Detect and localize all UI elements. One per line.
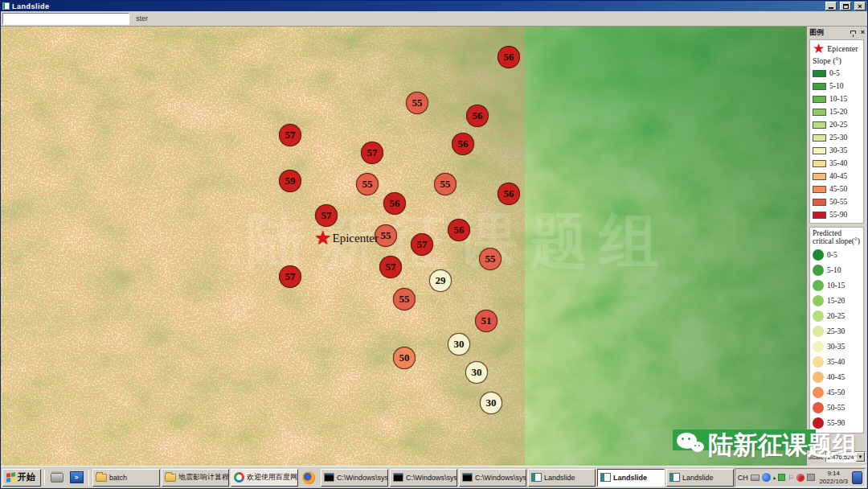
- taskbar-button-label: Landslide: [613, 474, 647, 482]
- taskbar-button-folder[interactable]: 地震影响计算程..: [162, 469, 229, 487]
- app-window: Landslide × ster: [0, 0, 868, 489]
- slope-marker[interactable]: 56: [452, 133, 474, 155]
- legend-class-label: 30-35: [829, 146, 847, 154]
- minimize-button[interactable]: [825, 2, 837, 10]
- slope-marker[interactable]: 55: [406, 92, 428, 114]
- taskbar-button-cmd[interactable]: C:\Windows\syst...: [390, 469, 457, 487]
- slope-marker[interactable]: 30: [465, 361, 488, 384]
- legend-class-row: 10-15: [813, 278, 862, 294]
- epicenter-legend-label: Epicenter: [827, 44, 858, 53]
- slope-marker[interactable]: 56: [448, 219, 470, 241]
- tray-app-icon-blue[interactable]: [762, 473, 771, 482]
- taskbar-button-firefox[interactable]: [300, 469, 319, 487]
- taskbar-button-baidu[interactable]: 欢迎使用百度网盘: [231, 469, 298, 487]
- wechat-icon: [676, 430, 706, 459]
- maximize-button[interactable]: [840, 2, 851, 10]
- legend-class-row: 35-40: [813, 355, 862, 370]
- legend-class-row: 15-20: [813, 294, 862, 309]
- layer-combobox[interactable]: [2, 13, 129, 25]
- legend-circle-swatch: [813, 372, 824, 383]
- taskbar-button-label: Landslide: [544, 474, 575, 482]
- tray-record-icon[interactable]: [796, 474, 805, 482]
- slope-marker[interactable]: 55: [393, 288, 416, 310]
- taskbar-button-landslide[interactable]: Landslide: [597, 469, 665, 487]
- taskbar-button-landslide[interactable]: Landslide: [666, 469, 734, 487]
- legend-swatch: [813, 160, 826, 167]
- tray-printer-icon[interactable]: [751, 475, 760, 481]
- slope-legend-title: Slope (°): [813, 56, 862, 65]
- slope-marker[interactable]: 30: [480, 392, 502, 414]
- legend-circle-swatch: [813, 417, 824, 429]
- slope-legend: ★ Epicenter Slope (°) 0-5 5-10 10-15 15-…: [809, 39, 864, 224]
- clock-date: 2022/10/3: [819, 478, 848, 485]
- slope-marker[interactable]: 57: [315, 204, 338, 227]
- pin-icon[interactable]: [850, 31, 856, 34]
- minimize-icon: [829, 7, 833, 9]
- slope-marker[interactable]: 55: [356, 173, 379, 195]
- slope-marker[interactable]: 57: [411, 233, 433, 256]
- tray-icon-gray[interactable]: [807, 474, 815, 481]
- tray-flag-icon[interactable]: ⚐: [788, 474, 794, 482]
- map-canvas[interactable]: 陆新征课题组 565556575657595555565657565557555…: [1, 27, 806, 466]
- slope-marker[interactable]: 56: [383, 192, 406, 215]
- quicklaunch-powershell-icon[interactable]: [68, 469, 85, 487]
- clock-time: 9:14: [819, 470, 848, 477]
- start-label: 开始: [18, 471, 35, 483]
- epicenter-legend-icon: ★: [813, 43, 825, 55]
- hidden-icons-arrow[interactable]: ▴: [773, 475, 776, 481]
- critical-legend-rows: 0-5 5-10 10-15 15-20 20-25 25-30 30-35 3…: [813, 248, 862, 431]
- taskbar-button-cmd[interactable]: C:\Windows\syst...: [321, 469, 388, 487]
- taskbar-button-cmd[interactable]: C:\Windows\syst...: [459, 469, 526, 487]
- taskbar-button-label: C:\Windows\syst...: [337, 474, 388, 482]
- legend-class-row: 25-30: [813, 324, 862, 339]
- legend-class-label: 50-55: [827, 404, 845, 412]
- slope-marker[interactable]: 30: [448, 333, 470, 355]
- slope-marker[interactable]: 29: [429, 269, 452, 292]
- close-button[interactable]: ×: [854, 2, 866, 10]
- ime-indicator[interactable]: CH: [738, 474, 748, 482]
- tray-icon-green[interactable]: [778, 474, 785, 481]
- quicklaunch-printer-icon[interactable]: [48, 469, 66, 487]
- slope-marker[interactable]: 56: [497, 46, 520, 68]
- legend-class-row: 50-55: [813, 195, 862, 208]
- slope-marker[interactable]: 50: [393, 347, 416, 369]
- title-bar: Landslide ×: [1, 1, 867, 11]
- legend-class-label: 20-25: [829, 121, 847, 129]
- clock[interactable]: 9:14 2022/10/3: [817, 470, 850, 484]
- slope-marker[interactable]: 57: [279, 124, 301, 146]
- slope-marker[interactable]: 57: [279, 265, 301, 288]
- legend-swatch: [813, 134, 826, 142]
- legend-class-label: 35-40: [827, 358, 845, 366]
- legend-class-label: 55-90: [829, 211, 847, 219]
- slope-marker[interactable]: 59: [279, 170, 301, 192]
- language-bar-icon[interactable]: [852, 471, 862, 484]
- slope-marker[interactable]: 55: [479, 248, 502, 270]
- legend-class-label: 35-40: [829, 159, 847, 167]
- slope-marker[interactable]: 57: [379, 256, 402, 278]
- legend-class-label: 40-45: [827, 373, 845, 381]
- legend-swatch: [813, 96, 826, 103]
- legend-circle-swatch: [813, 341, 824, 352]
- legend-class-label: 15-20: [827, 297, 845, 305]
- legend-class-row: 55-90: [813, 208, 862, 221]
- cmd-icon: [324, 473, 334, 482]
- taskbar-button-folder[interactable]: batch: [92, 469, 160, 487]
- start-button[interactable]: 开始: [2, 469, 41, 487]
- legend-class-row: 35-40: [813, 157, 862, 170]
- legend-panel: 图例 × ★ Epicenter Slope (°) 0-5 5-10 10-1…: [806, 27, 867, 466]
- epicenter-marker[interactable]: ★ Epicenter: [314, 228, 379, 248]
- legend-swatch: [813, 212, 826, 219]
- legend-class-row: 30-35: [813, 144, 862, 157]
- slope-marker[interactable]: 51: [475, 310, 497, 332]
- taskbar-button-landslide[interactable]: Landslide: [528, 469, 596, 487]
- cmd-icon: [462, 473, 473, 482]
- slope-marker[interactable]: 56: [497, 183, 520, 205]
- legend-class-row: 20-25: [813, 118, 862, 131]
- slope-marker[interactable]: 55: [434, 173, 457, 195]
- slope-marker[interactable]: 57: [361, 142, 383, 164]
- windows-flag-icon: [6, 472, 15, 483]
- legend-class-label: 10-15: [829, 95, 847, 103]
- panel-close-icon[interactable]: ×: [861, 29, 865, 36]
- slope-marker[interactable]: 56: [466, 105, 489, 127]
- legend-panel-title: 图例: [809, 27, 849, 38]
